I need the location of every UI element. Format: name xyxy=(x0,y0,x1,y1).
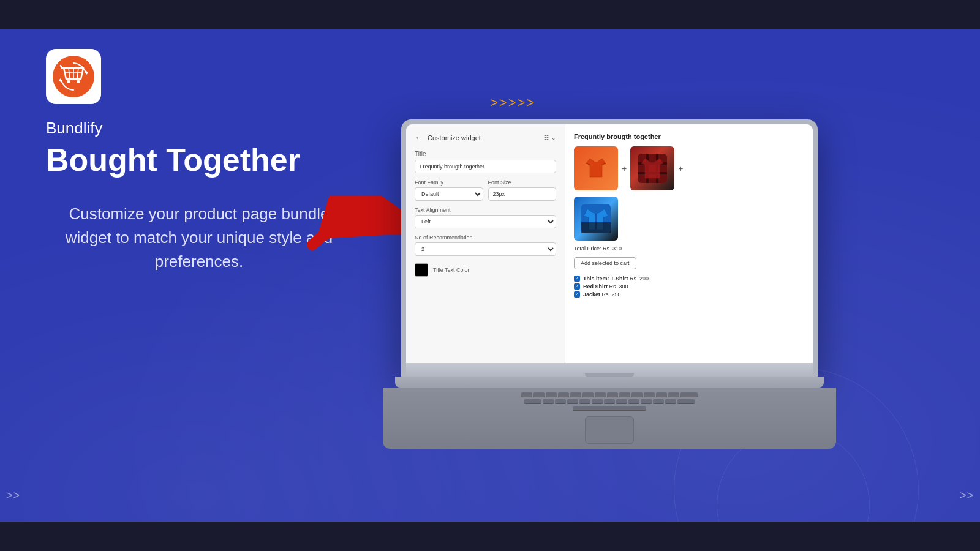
key xyxy=(628,399,639,404)
title-field-label: Title xyxy=(415,151,556,157)
logo-wrapper xyxy=(46,49,101,104)
plus-sign-1: + xyxy=(620,163,628,173)
svg-rect-17 xyxy=(581,222,611,233)
laptop-base-bottom xyxy=(395,377,824,388)
key xyxy=(680,392,698,397)
key xyxy=(533,392,545,397)
key xyxy=(641,399,652,404)
back-arrow-icon[interactable]: ← xyxy=(415,133,423,142)
key xyxy=(616,399,627,404)
key xyxy=(543,399,554,404)
no-recommendation-field: No of Recommendation 2 xyxy=(415,234,556,256)
font-row: Font Family Default Font Size xyxy=(415,179,556,201)
laptop-mockup: ← Customize widget ☷ ⌄ Title Font Family xyxy=(401,119,818,449)
key xyxy=(592,399,603,404)
laptop-base-top xyxy=(406,363,813,377)
checkbox-2[interactable] xyxy=(574,283,580,290)
checkbox-1[interactable] xyxy=(574,276,580,282)
key xyxy=(656,392,667,397)
widget-ui: ← Customize widget ☷ ⌄ Title Font Family xyxy=(406,124,813,363)
item-1-label: This item: T-Shirt Rs. 200 xyxy=(583,276,649,282)
widget-header: ← Customize widget ☷ ⌄ xyxy=(415,133,556,142)
key-row-3 xyxy=(395,406,824,411)
item-row-3: Jacket Rs. 250 xyxy=(574,291,804,298)
font-family-select[interactable]: Default xyxy=(415,187,483,201)
key xyxy=(604,399,615,404)
key xyxy=(668,392,679,397)
product-shirt-img xyxy=(630,146,674,190)
product-jacket-img xyxy=(574,197,618,241)
key-row-1 xyxy=(395,392,824,397)
text-alignment-field: Text Alignment Left xyxy=(415,207,556,228)
key xyxy=(631,392,643,397)
key xyxy=(579,399,590,404)
no-recommendation-select[interactable]: 2 xyxy=(415,242,556,256)
item-3-label: Jacket Rs. 250 xyxy=(583,291,621,298)
laptop-keyboard xyxy=(383,388,836,449)
laptop-screen-inner: ← Customize widget ☷ ⌄ Title Font Family xyxy=(406,124,813,363)
item-row-2: Red Shirt Rs. 300 xyxy=(574,283,804,290)
widget-preview-panel: Frequntly brougth together + xyxy=(565,124,813,363)
color-label: Title Text Color xyxy=(433,267,470,273)
title-input[interactable] xyxy=(415,160,556,173)
grid-icon[interactable]: ☷ xyxy=(544,135,549,141)
svg-point-1 xyxy=(67,80,70,83)
brand-name: Bundlify xyxy=(46,119,352,138)
svg-point-2 xyxy=(77,80,80,83)
widget-header-title: Customize widget xyxy=(428,134,481,141)
key xyxy=(521,392,532,397)
widget-form-panel: ← Customize widget ☷ ⌄ Title Font Family xyxy=(406,124,565,363)
text-alignment-select[interactable]: Left xyxy=(415,215,556,228)
headline: Bought Together xyxy=(46,143,352,178)
font-size-label: Font Size xyxy=(488,179,557,186)
checkbox-3[interactable] xyxy=(574,291,580,298)
key xyxy=(567,399,578,404)
item-2-label: Red Shirt Rs. 300 xyxy=(583,283,628,290)
plus-sign-2: + xyxy=(677,163,684,173)
chevrons-bottom-right: >> xyxy=(960,489,974,502)
chevron-down-icon[interactable]: ⌄ xyxy=(551,135,556,141)
font-family-field: Font Family Default xyxy=(415,179,483,201)
total-price: Total Price: Rs. 310 xyxy=(574,246,804,252)
key xyxy=(558,392,569,397)
color-row: Title Text Color xyxy=(415,263,556,277)
laptop-base-notch xyxy=(585,373,634,377)
top-bar xyxy=(0,0,980,29)
key xyxy=(582,392,594,397)
keyboard-keys xyxy=(383,388,836,416)
key xyxy=(644,392,655,397)
chevrons-bottom-left: >> xyxy=(6,489,20,502)
key xyxy=(653,399,664,404)
item-row-1: This item: T-Shirt Rs. 200 xyxy=(574,276,804,282)
font-size-input[interactable] xyxy=(488,187,557,201)
key xyxy=(619,392,630,397)
product-tshirt-img xyxy=(574,146,618,190)
jacket-row xyxy=(574,197,804,241)
text-alignment-label: Text Alignment xyxy=(415,207,556,213)
key xyxy=(546,392,557,397)
font-family-label: Font Family xyxy=(415,179,483,186)
spacebar-key xyxy=(573,406,646,411)
product-images-row: + + xyxy=(574,146,804,190)
key-row-2 xyxy=(395,399,824,404)
laptop-screen-outer: ← Customize widget ☷ ⌄ Title Font Family xyxy=(401,119,818,377)
bottom-bar xyxy=(0,522,980,551)
font-size-field: Font Size xyxy=(488,179,557,201)
key xyxy=(555,399,566,404)
bundlify-logo-icon xyxy=(53,56,94,97)
chevrons-top: >>>>> xyxy=(490,95,535,111)
no-recommendation-label: No of Recommendation xyxy=(415,234,556,241)
key xyxy=(595,392,606,397)
key xyxy=(665,399,676,404)
key xyxy=(570,392,581,397)
key xyxy=(524,399,541,404)
trackpad[interactable] xyxy=(585,416,634,444)
preview-title: Frequntly brougth together xyxy=(574,133,804,140)
key xyxy=(607,392,618,397)
key xyxy=(677,399,695,404)
header-actions: ☷ ⌄ xyxy=(544,135,556,141)
color-swatch[interactable] xyxy=(415,263,428,277)
add-to-cart-button[interactable]: Add selected to cart xyxy=(574,257,636,269)
